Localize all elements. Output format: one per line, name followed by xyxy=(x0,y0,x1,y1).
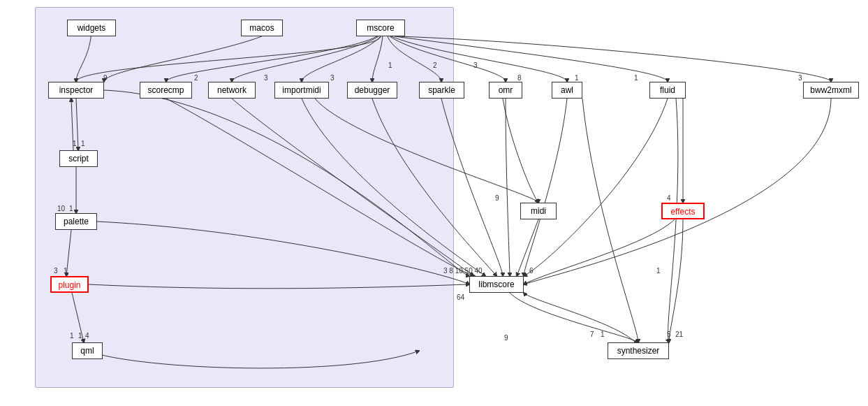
edge-label-1b: 1 xyxy=(575,74,579,82)
edge-label-1f: 1 xyxy=(69,205,73,212)
edge-label-1a: 1 xyxy=(388,61,392,69)
edge-label-1k: 1 xyxy=(601,331,605,338)
node-awl: awl xyxy=(552,82,582,99)
edge-label-9a: 9 xyxy=(103,74,108,82)
node-palette: palette xyxy=(55,213,97,230)
edge-label-1d: 1 xyxy=(73,140,77,147)
node-inspector: inspector xyxy=(48,82,104,99)
edge-label-2a: 2 xyxy=(433,61,437,69)
edge-label-3e: 3 xyxy=(54,267,58,275)
edge-label-1c: 1 xyxy=(634,74,638,82)
edge-label-4a: 4 xyxy=(85,332,89,340)
node-sparkle: sparkle xyxy=(419,82,464,99)
node-fluid: fluid xyxy=(649,82,686,99)
edge-label-9c: 9 xyxy=(504,334,508,342)
edge-label-4b: 4 xyxy=(667,194,671,202)
node-effects: effects xyxy=(661,203,705,219)
node-widgets: widgets xyxy=(67,20,116,36)
edge-label-10a: 10 xyxy=(57,205,65,212)
edge-label-multi: 3 8 10 50 40 xyxy=(443,267,483,275)
edge-label-9b: 9 xyxy=(495,194,499,202)
node-qml: qml xyxy=(72,342,103,359)
node-synthesizer: synthesizer xyxy=(608,342,669,359)
node-bww2mxml: bww2mxml xyxy=(803,82,859,99)
edge-label-21: 21 xyxy=(675,331,683,338)
edge-label-6: 6 xyxy=(529,267,534,275)
node-libmscore: libmscore xyxy=(469,276,524,293)
dependency-graph: widgets macos mscore inspector scorecmp … xyxy=(0,0,868,406)
edge-label-5: 5 xyxy=(667,331,671,338)
node-scorecmp: scorecmp xyxy=(140,82,192,99)
node-omr: omr xyxy=(489,82,522,99)
edge-label-1e: 1 xyxy=(81,140,85,147)
edge-label-64: 64 xyxy=(457,293,464,301)
edge-label-3c: 3 xyxy=(330,74,334,82)
edge-label-1j: 1 xyxy=(656,267,661,275)
edge-label-1g: 1 xyxy=(64,267,68,275)
node-midi: midi xyxy=(520,203,557,219)
node-importmidi: importmidi xyxy=(274,82,329,99)
edge-label-1i: 1 xyxy=(78,332,82,340)
node-macos: macos xyxy=(241,20,283,36)
edge-label-3b: 3 xyxy=(264,74,268,82)
node-network: network xyxy=(208,82,256,99)
edge-label-1h: 1 xyxy=(70,332,74,340)
edge-label-7: 7 xyxy=(590,331,594,338)
node-plugin: plugin xyxy=(50,276,89,293)
edge-label-3a: 3 xyxy=(473,61,478,69)
node-debugger: debugger xyxy=(347,82,397,99)
edge-label-8a: 8 xyxy=(517,74,522,82)
node-script: script xyxy=(59,150,98,167)
node-mscore: mscore xyxy=(356,20,405,36)
edge-label-2b: 2 xyxy=(194,74,198,82)
edge-label-3d: 3 xyxy=(798,74,802,82)
